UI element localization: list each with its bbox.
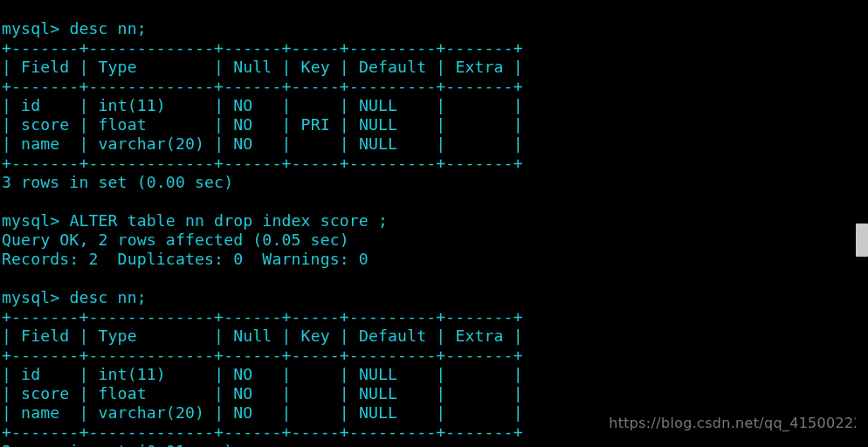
command-desc-1: desc nn; bbox=[69, 19, 146, 38]
cell-field: name bbox=[21, 134, 59, 153]
table-row: | score | float | NO | PRI | NULL | | bbox=[2, 115, 523, 134]
cell-type: varchar(20) bbox=[99, 403, 205, 422]
col-field: Field bbox=[21, 327, 69, 345]
table-separator: +-------+-------------+------+-----+----… bbox=[2, 346, 523, 364]
col-extra: Extra bbox=[455, 58, 503, 76]
cell-default: NULL bbox=[359, 115, 397, 134]
mysql-prompt: mysql> bbox=[2, 19, 59, 38]
command-alter: ALTER table nn drop index score ; bbox=[69, 211, 388, 230]
cell-field: id bbox=[21, 96, 40, 114]
cell-default: NULL bbox=[359, 96, 397, 114]
col-key: Key bbox=[301, 58, 330, 76]
col-extra: Extra bbox=[455, 327, 503, 345]
scrollbar-thumb[interactable] bbox=[856, 224, 868, 257]
col-default: Default bbox=[359, 58, 426, 76]
table-header-row: | Field | Type | Null | Key | Default | … bbox=[2, 327, 523, 345]
table-row: | name | varchar(20) | NO | | NULL | | bbox=[2, 403, 523, 422]
cell-field: name bbox=[21, 403, 59, 422]
cell-default: NULL bbox=[359, 365, 397, 383]
cell-type: int(11) bbox=[99, 365, 166, 383]
cell-field: score bbox=[21, 384, 69, 402]
cell-null: NO bbox=[233, 403, 252, 422]
col-key: Key bbox=[301, 327, 330, 345]
status-rows: 3 rows in set (0.01 sec) bbox=[2, 442, 233, 447]
col-default: Default bbox=[359, 327, 426, 345]
table-separator: +-------+-------------+------+-----+----… bbox=[2, 307, 523, 326]
command-desc-2: desc nn; bbox=[69, 288, 146, 306]
col-field: Field bbox=[21, 58, 69, 76]
cell-null: NO bbox=[233, 384, 252, 402]
table-separator: +-------+-------------+------+-----+----… bbox=[2, 423, 523, 441]
table-separator: +-------+-------------+------+-----+----… bbox=[2, 38, 523, 57]
cell-default: NULL bbox=[359, 403, 397, 422]
scrollbar-track[interactable] bbox=[856, 0, 868, 447]
cell-type: float bbox=[99, 384, 147, 402]
records-line: Records: 2 Duplicates: 0 Warnings: 0 bbox=[2, 250, 369, 268]
cell-default: NULL bbox=[359, 134, 397, 153]
cell-null: NO bbox=[233, 365, 252, 383]
mysql-prompt: mysql> bbox=[2, 288, 59, 306]
cell-null: NO bbox=[233, 134, 252, 153]
mysql-prompt: mysql> bbox=[2, 211, 59, 230]
status-rows: 3 rows in set (0.00 sec) bbox=[2, 173, 233, 191]
table-separator: +-------+-------------+------+-----+----… bbox=[2, 77, 523, 95]
query-ok: Query OK, 2 rows affected (0.05 sec) bbox=[2, 230, 349, 249]
col-null: Null bbox=[233, 327, 272, 345]
cell-type: float bbox=[99, 115, 147, 134]
table-header-row: | Field | Type | Null | Key | Default | … bbox=[2, 58, 523, 76]
col-null: Null bbox=[233, 58, 272, 76]
cell-type: varchar(20) bbox=[99, 134, 205, 153]
col-type: Type bbox=[99, 58, 137, 76]
col-type: Type bbox=[99, 327, 137, 345]
table-row: | id | int(11) | NO | | NULL | | bbox=[2, 96, 523, 114]
terminal[interactable]: mysql> desc nn; +-------+-------------+-… bbox=[0, 0, 868, 447]
table-row: | name | varchar(20) | NO | | NULL | | bbox=[2, 134, 523, 153]
cell-default: NULL bbox=[359, 384, 397, 402]
cell-null: NO bbox=[233, 115, 252, 134]
table-row: | id | int(11) | NO | | NULL | | bbox=[2, 365, 523, 383]
cell-field: id bbox=[21, 365, 40, 383]
cell-null: NO bbox=[233, 96, 252, 114]
table-row: | score | float | NO | | NULL | | bbox=[2, 384, 523, 402]
cell-type: int(11) bbox=[99, 96, 166, 114]
cell-key: PRI bbox=[301, 115, 330, 134]
table-separator: +-------+-------------+------+-----+----… bbox=[2, 154, 523, 172]
cell-field: score bbox=[21, 115, 69, 134]
